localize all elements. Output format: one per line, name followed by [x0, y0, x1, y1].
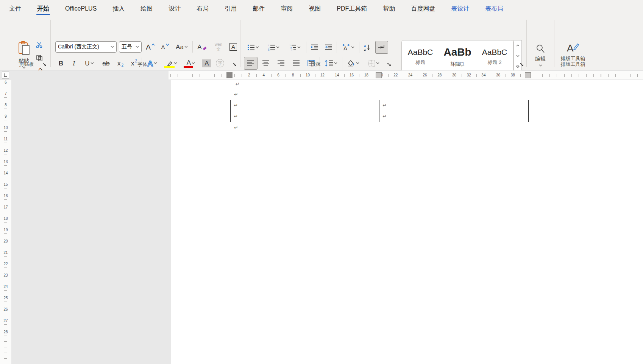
menu-tab[interactable]: 表设计: [450, 1, 470, 17]
phonetic-guide-button[interactable]: wén 文: [212, 41, 225, 53]
ruler-number: 18: [364, 73, 369, 78]
menu-tab[interactable]: 开始: [36, 1, 50, 17]
font-dialog-launcher[interactable]: [233, 62, 238, 68]
menu-tab[interactable]: 布局: [196, 1, 209, 17]
word-window: 文件开始OfficePLUS插入绘图设计布局引用邮件审阅视图PDF工具箱帮助百度…: [0, 0, 643, 364]
menu-tab[interactable]: 百度网盘: [410, 1, 436, 17]
clipboard-group-label: 剪贴板: [11, 61, 42, 68]
style-preview: AaBbC: [482, 48, 507, 57]
menu-tab[interactable]: 帮助: [382, 1, 396, 17]
clear-formatting-button[interactable]: A: [195, 42, 209, 52]
menu-tab[interactable]: 审阅: [280, 1, 293, 17]
ruler-number: 10: [305, 73, 311, 78]
group-divider: [50, 20, 51, 67]
toolbox-group-label: 排版工具箱: [555, 61, 591, 68]
asian-layout-button[interactable]: A: [339, 42, 357, 53]
ruler-number: 9: [0, 114, 11, 119]
edit-button[interactable]: 编辑: [530, 39, 551, 71]
tab-selector[interactable]: [2, 72, 9, 79]
bullet-list-icon: [247, 44, 255, 51]
cut-button[interactable]: [33, 39, 45, 51]
paragraph-group-label: 段落: [244, 61, 388, 68]
ruler-number: 24: [407, 73, 413, 78]
table-column-marker[interactable]: [376, 72, 382, 78]
paragraph-mark: ↵: [236, 82, 240, 87]
svg-text:i: i: [292, 49, 292, 51]
ribbon: 粘贴: [0, 17, 643, 70]
sort-button[interactable]: A Z: [361, 42, 374, 53]
grow-font-button[interactable]: A: [144, 42, 157, 52]
increase-indent-button[interactable]: [322, 42, 335, 53]
table-cell[interactable]: ↵: [379, 111, 529, 122]
paragraph-mark: ↵: [234, 114, 238, 119]
font-size-combo[interactable]: 五号: [119, 41, 142, 53]
ruler-number: 12: [0, 148, 11, 153]
ruler-number: 38: [510, 73, 516, 78]
styles-group-label: 样式: [401, 61, 513, 68]
document-area: 6789101112131415161718192021222324252627…: [0, 80, 643, 364]
outdent-icon: [311, 44, 318, 50]
ruler-number: 25: [0, 296, 11, 300]
ruler-number: 19: [0, 228, 11, 232]
decrease-indent-button[interactable]: [308, 42, 321, 53]
multilevel-list-button[interactable]: 1ai: [285, 42, 304, 53]
shrink-font-button[interactable]: A: [159, 42, 171, 52]
chevron-down-icon: [111, 46, 114, 48]
caret-down-icon: [166, 43, 169, 46]
table-cell[interactable]: ↵: [379, 100, 529, 111]
ruler-number: 26: [422, 73, 428, 78]
typeset-pencil-icon: A: [567, 42, 579, 53]
menu-tab[interactable]: OfficePLUS: [64, 2, 97, 16]
document-page[interactable]: ↵ ↵ ↵↵↵↵ ↵: [171, 80, 643, 364]
menu-tab[interactable]: 邮件: [252, 1, 265, 17]
chevron-down-icon: [351, 46, 354, 48]
group-divider: [394, 20, 394, 67]
ruler-number: 24: [0, 285, 11, 289]
ruler-number: 6: [276, 73, 280, 78]
chevron-down-icon: [276, 46, 279, 48]
menu-tab[interactable]: 引用: [224, 1, 237, 17]
vertical-ruler: 6789101112131415161718192021222324252627…: [0, 80, 11, 364]
character-border-button[interactable]: A: [228, 42, 239, 52]
table-cell[interactable]: ↵: [230, 100, 379, 111]
table-cell[interactable]: ↵: [230, 111, 379, 122]
menu-tab[interactable]: 文件: [8, 1, 22, 17]
chevron-down-icon: [256, 46, 259, 48]
numbering-button[interactable]: 123: [264, 42, 283, 53]
ruler-number: 15: [0, 182, 11, 187]
chevron-down-icon: [136, 46, 139, 48]
font-size-value: 五号: [122, 44, 132, 50]
ruler-number: 17: [0, 205, 11, 210]
menu-tab[interactable]: 表布局: [484, 1, 504, 17]
paragraph-dialog-launcher[interactable]: [387, 62, 392, 68]
group-divider: [526, 20, 527, 67]
menu-tab[interactable]: 插入: [112, 1, 125, 17]
ruler-number: 16: [0, 194, 11, 198]
menu-tab[interactable]: PDF工具箱: [336, 1, 368, 17]
ruler-number: 27: [0, 319, 11, 323]
ruler-bar: 2468101214161820222426283032343638: [0, 70, 643, 80]
chevron-down-icon: [184, 46, 188, 48]
bullets-button[interactable]: [244, 42, 262, 53]
menu-tab[interactable]: 视图: [308, 1, 322, 17]
ruler-number: 22: [393, 73, 398, 78]
right-margin-marker[interactable]: [525, 72, 531, 78]
show-hide-marks-button[interactable]: [375, 41, 388, 54]
font-name-value: Calibri (西文正文): [58, 44, 99, 50]
document-table: ↵↵↵↵: [230, 100, 528, 122]
clipboard-dialog-launcher[interactable]: [42, 62, 48, 68]
ruler-number: 8: [291, 73, 295, 78]
table-indent-marker[interactable]: [226, 72, 233, 78]
menu-tab[interactable]: 设计: [168, 1, 181, 17]
styles-scroll-up-button[interactable]: [513, 40, 522, 51]
font-name-combo[interactable]: Calibri (西文正文): [55, 41, 117, 53]
paragraph-mark: ↵: [234, 125, 238, 130]
change-case-button[interactable]: Aa: [173, 42, 190, 52]
styles-dialog-launcher[interactable]: [520, 62, 525, 68]
ruler-number: 16: [349, 73, 354, 78]
sort-a: A: [364, 44, 366, 48]
styles-scroll-down-button[interactable]: [513, 51, 522, 62]
edit-label: 编辑: [535, 56, 546, 62]
menu-tab[interactable]: 绘图: [140, 1, 153, 17]
svg-text:3: 3: [268, 49, 270, 51]
